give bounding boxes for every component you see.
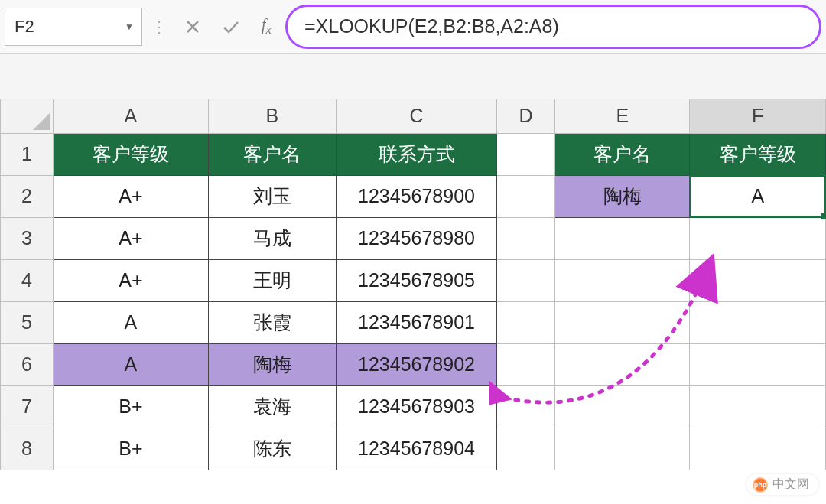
row-header-4[interactable]: 4 xyxy=(1,259,54,301)
cell-D2[interactable] xyxy=(496,175,554,217)
cell-B3[interactable]: 马成 xyxy=(208,217,336,259)
cell-A3[interactable]: A+ xyxy=(53,217,208,259)
cell-C7[interactable]: 12345678903 xyxy=(337,385,497,428)
cell-E1[interactable]: 客户名 xyxy=(555,133,690,175)
cell-E8[interactable] xyxy=(555,428,690,470)
cell-B5[interactable]: 张霞 xyxy=(208,301,336,343)
cell-D1[interactable] xyxy=(496,133,554,175)
cell-A5[interactable]: A xyxy=(53,301,208,343)
col-header-A[interactable]: A xyxy=(53,99,208,133)
cell-F8[interactable] xyxy=(690,428,826,470)
row-header-2[interactable]: 2 xyxy=(1,175,54,217)
cell-B4[interactable]: 王明 xyxy=(208,259,336,301)
cell-D7[interactable] xyxy=(496,385,554,428)
cell-A7[interactable]: B+ xyxy=(53,385,208,428)
dropdown-icon[interactable]: ▼ xyxy=(125,21,134,32)
formula-bar: F2 ▼ ⋮ fx =XLOOKUP(E2,B2:B8,A2:A8) xyxy=(0,0,826,54)
cell-C8[interactable]: 12345678904 xyxy=(337,428,497,470)
cell-C2[interactable]: 12345678900 xyxy=(337,175,497,217)
cell-F3[interactable] xyxy=(690,217,826,259)
cell-A8[interactable]: B+ xyxy=(53,428,208,470)
watermark-text: 中文网 xyxy=(772,476,809,493)
spreadsheet-grid: A B C D E F 1 客户等级 客户名 联系方式 客户名 客户等级 2 A… xyxy=(0,99,826,470)
toolbar-gap xyxy=(0,54,826,99)
sheet-table[interactable]: A B C D E F 1 客户等级 客户名 联系方式 客户名 客户等级 2 A… xyxy=(0,99,826,470)
cell-reference: F2 xyxy=(15,17,34,37)
row-header-5[interactable]: 5 xyxy=(1,301,54,343)
cell-E2[interactable]: 陶梅 xyxy=(555,175,690,217)
cell-A1[interactable]: 客户等级 xyxy=(53,133,208,175)
confirm-icon[interactable] xyxy=(222,19,240,34)
cell-E4[interactable] xyxy=(555,259,690,301)
cell-C1[interactable]: 联系方式 xyxy=(337,133,497,175)
cell-C3[interactable]: 12345678980 xyxy=(337,217,497,259)
cell-B1[interactable]: 客户名 xyxy=(208,133,336,175)
cell-E5[interactable] xyxy=(555,301,690,343)
cell-F4[interactable] xyxy=(690,259,826,301)
fx-icon[interactable]: fx xyxy=(262,16,272,37)
row-header-3[interactable]: 3 xyxy=(1,217,54,259)
cell-B2[interactable]: 刘玉 xyxy=(208,175,336,217)
cell-F7[interactable] xyxy=(690,385,826,428)
cell-D8[interactable] xyxy=(496,428,554,470)
cell-C4[interactable]: 12345678905 xyxy=(337,259,497,301)
cell-B7[interactable]: 袁海 xyxy=(208,385,336,428)
name-box[interactable]: F2 ▼ xyxy=(5,8,142,46)
cell-E7[interactable] xyxy=(555,385,690,428)
cell-E3[interactable] xyxy=(555,217,690,259)
row-header-6[interactable]: 6 xyxy=(1,343,54,385)
cell-D5[interactable] xyxy=(496,301,554,343)
row-header-1[interactable]: 1 xyxy=(1,133,54,175)
watermark: 中文网 xyxy=(746,474,818,495)
select-all-corner[interactable] xyxy=(1,99,54,133)
row-header-8[interactable]: 8 xyxy=(1,428,54,470)
cell-C6[interactable]: 12345678902 xyxy=(337,343,497,385)
col-header-E[interactable]: E xyxy=(555,99,690,133)
cell-D4[interactable] xyxy=(496,259,554,301)
col-header-F[interactable]: F xyxy=(690,99,826,133)
cell-B6[interactable]: 陶梅 xyxy=(208,343,336,385)
cell-F5[interactable] xyxy=(690,301,826,343)
cell-B8[interactable]: 陈东 xyxy=(208,428,336,470)
col-header-D[interactable]: D xyxy=(496,99,554,133)
col-header-B[interactable]: B xyxy=(208,99,336,133)
cell-A6[interactable]: A xyxy=(53,343,208,385)
cell-F2[interactable]: A xyxy=(690,175,826,217)
formula-input[interactable]: =XLOOKUP(E2,B2:B8,A2:A8) xyxy=(285,5,821,49)
cell-F6[interactable] xyxy=(690,343,826,385)
cell-F1[interactable]: 客户等级 xyxy=(690,133,826,175)
cell-D3[interactable] xyxy=(496,217,554,259)
row-header-7[interactable]: 7 xyxy=(1,385,54,428)
formula-text: =XLOOKUP(E2,B2:B8,A2:A8) xyxy=(304,15,559,37)
cell-E6[interactable] xyxy=(555,343,690,385)
cell-D6[interactable] xyxy=(496,343,554,385)
col-header-C[interactable]: C xyxy=(337,99,497,133)
cancel-icon[interactable] xyxy=(185,19,200,34)
cell-A2[interactable]: A+ xyxy=(53,175,208,217)
separator-icon: ⋮ xyxy=(151,18,167,36)
cell-A4[interactable]: A+ xyxy=(53,259,208,301)
watermark-logo-icon xyxy=(753,477,768,493)
cell-C5[interactable]: 12345678901 xyxy=(337,301,497,343)
